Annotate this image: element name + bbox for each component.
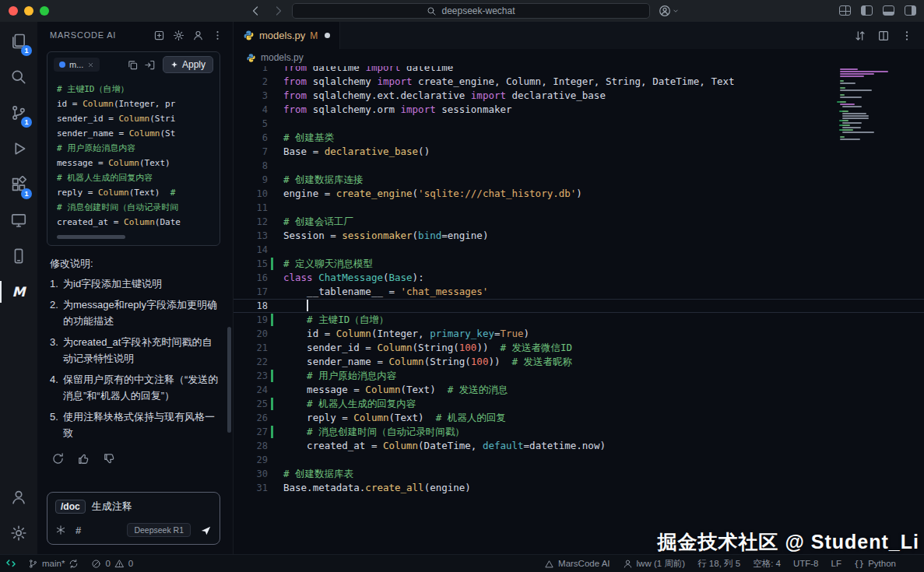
problems-indicator[interactable]: 0 0 <box>85 555 139 572</box>
sidebar-item-remote-explorer[interactable] <box>0 202 37 238</box>
insert-code-icon[interactable] <box>144 59 156 71</box>
code-line[interactable]: 16class ChatMessage(Base): <box>234 271 924 285</box>
marscode-ai-sidebar: MARSCODE AI m... Apply <box>37 22 234 554</box>
encoding-indicator[interactable]: UTF-8 <box>787 555 825 572</box>
profile-icon[interactable] <box>192 30 204 41</box>
workbench: 1 1 1 M MARSC <box>0 22 924 554</box>
chat-input-box[interactable]: /doc 生成注释 # Deepseek R1 <box>47 492 220 545</box>
language-indicator[interactable]: {} Python <box>848 555 902 572</box>
thumbs-down-icon[interactable] <box>103 452 116 465</box>
context-hash-icon[interactable]: # <box>76 525 81 536</box>
eol-indicator[interactable]: LF <box>825 555 848 572</box>
minimap-line <box>840 94 845 96</box>
copy-code-icon[interactable] <box>127 59 139 71</box>
code-line[interactable]: 30# 创建数据库表 <box>234 467 924 481</box>
code-line[interactable]: 14 <box>234 243 924 257</box>
apply-button[interactable]: Apply <box>163 56 213 73</box>
close-window-button[interactable] <box>9 6 18 16</box>
history-back-icon[interactable] <box>249 5 262 17</box>
code-line[interactable]: 17 __tablename__ = 'chat_messages' <box>234 285 924 299</box>
branch-indicator[interactable]: main* <box>22 555 85 572</box>
slash-command-chip[interactable]: /doc <box>55 500 86 514</box>
close-icon[interactable] <box>87 61 94 68</box>
panel-horizontal-scrollbar[interactable] <box>57 235 210 239</box>
sidebar-item-source-control[interactable]: 1 <box>0 95 37 131</box>
code-line[interactable]: 23 # 用户原始消息内容 <box>234 369 924 383</box>
breadcrumb[interactable]: models.py <box>234 49 924 66</box>
remote-indicator[interactable] <box>0 555 22 572</box>
code-line[interactable]: 18 <box>234 299 924 313</box>
code-line[interactable]: 2from sqlalchemy import create_engine, C… <box>234 75 924 89</box>
thumbs-up-icon[interactable] <box>77 452 90 465</box>
sidebar-item-marscode-ai[interactable]: M <box>0 274 37 310</box>
window-controls <box>9 6 49 16</box>
code-line[interactable]: 8 <box>234 159 924 173</box>
code-line[interactable]: 13Session = sessionmaker(bind=engine) <box>234 229 924 243</box>
tab-models-py[interactable]: models.py M <box>234 22 340 49</box>
account-button[interactable] <box>0 479 37 515</box>
code-line[interactable]: 11 <box>234 201 924 215</box>
code-line[interactable]: 15# 定义聊天消息模型 <box>234 257 924 271</box>
sidebar-item-run-debug[interactable] <box>0 131 37 167</box>
more-actions-icon[interactable] <box>212 30 223 41</box>
split-editor-icon[interactable] <box>877 30 890 42</box>
code-line[interactable]: 4from sqlalchemy.orm import sessionmaker <box>234 103 924 117</box>
settings-button[interactable] <box>0 515 37 551</box>
git-blame-status[interactable]: lww (1 周前) <box>617 555 692 572</box>
code-line[interactable]: 19 # 主键ID（自增） <box>234 313 924 327</box>
gear-icon[interactable] <box>173 30 184 41</box>
skills-icon[interactable] <box>55 525 66 535</box>
regenerate-icon[interactable] <box>51 452 65 465</box>
code-line[interactable]: 10engine = create_engine('sqlite:///chat… <box>234 187 924 201</box>
code-line[interactable]: 25 # 机器人生成的回复内容 <box>234 397 924 411</box>
toggle-changes-icon[interactable] <box>854 30 866 42</box>
minimap-line <box>840 82 855 84</box>
account-menu-button[interactable] <box>659 5 680 17</box>
indentation-indicator[interactable]: 空格: 4 <box>747 555 787 572</box>
toggle-secondary-sidebar-icon[interactable] <box>905 5 916 16</box>
code-line[interactable]: 21 sender_id = Column(String(100)) # 发送者… <box>234 341 924 355</box>
code-line[interactable]: 12# 创建会话工厂 <box>234 215 924 229</box>
send-icon[interactable] <box>200 525 212 536</box>
toggle-panel-icon[interactable] <box>883 5 894 16</box>
code-editor[interactable]: 1from datetime import datetime2from sqla… <box>234 66 924 554</box>
minimap-line <box>842 132 874 133</box>
code-line[interactable]: 27 # 消息创建时间（自动记录时间戳） <box>234 425 924 439</box>
code-line[interactable]: 24 message = Column(Text) # 发送的消息 <box>234 383 924 397</box>
code-line[interactable]: 9# 创建数据库连接 <box>234 173 924 187</box>
history-forward-icon[interactable] <box>272 5 285 17</box>
customize-layout-icon[interactable] <box>839 5 851 16</box>
code-line[interactable]: 22 sender_name = Column(String(100)) # 发… <box>234 355 924 369</box>
sidebar-scrollbar[interactable] <box>227 327 231 433</box>
sidebar-item-search[interactable] <box>0 59 37 95</box>
toggle-sidebar-icon[interactable] <box>861 5 873 16</box>
sidebar-item-device-preview[interactable] <box>0 238 37 274</box>
code-line[interactable]: 3from sqlalchemy.ext.declarative import … <box>234 89 924 103</box>
code-line[interactable]: 20 id = Column(Integer, primary_key=True… <box>234 327 924 341</box>
new-chat-icon[interactable] <box>153 30 165 41</box>
marscode-status[interactable]: MarsCode AI <box>538 555 616 572</box>
cursor-position[interactable]: 行 18, 列 5 <box>691 555 747 572</box>
gutter-change-indicator <box>268 425 277 439</box>
code-line[interactable]: 31Base.metadata.create_all(engine) <box>234 481 924 495</box>
model-selector[interactable]: Deepseek R1 <box>127 523 191 537</box>
code-line[interactable]: 1from datetime import datetime <box>234 66 924 75</box>
chat-input-text[interactable]: 生成注释 <box>92 500 132 514</box>
code-line[interactable]: 29 <box>234 453 924 467</box>
minimize-window-button[interactable] <box>24 6 33 16</box>
minimap[interactable] <box>840 68 912 141</box>
unsaved-dot-icon[interactable] <box>325 33 330 38</box>
gutter <box>268 66 277 75</box>
sidebar-item-explorer[interactable]: 1 <box>0 23 37 59</box>
code-line[interactable]: 7Base = declarative_base() <box>234 145 924 159</box>
blame-label: lww (1 周前) <box>637 558 686 570</box>
command-center-search[interactable]: deepseek-wechat <box>292 3 650 19</box>
maximize-window-button[interactable] <box>40 6 49 16</box>
code-line[interactable]: 26 reply = Column(Text) # 机器人的回复 <box>234 411 924 425</box>
code-line[interactable]: 28 created_at = Column(DateTime, default… <box>234 439 924 453</box>
more-actions-icon[interactable] <box>901 30 913 42</box>
suggestion-file-chip[interactable]: m... <box>54 58 100 72</box>
code-line[interactable]: 6# 创建基类 <box>234 131 924 145</box>
sidebar-item-extensions[interactable]: 1 <box>0 167 37 202</box>
code-line[interactable]: 5 <box>234 117 924 131</box>
